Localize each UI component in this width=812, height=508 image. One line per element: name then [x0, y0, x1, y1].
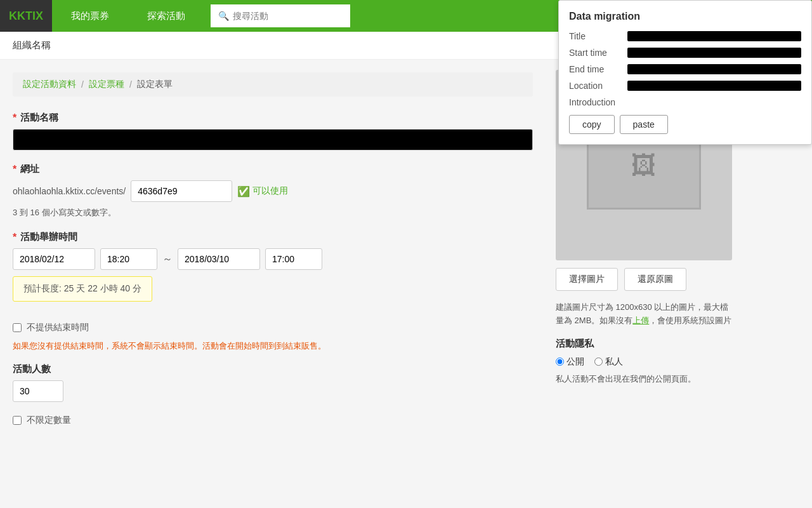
breadcrumb-sep1: /	[81, 79, 84, 90]
event-name-group: * 活動名稱	[13, 112, 533, 150]
no-end-time-row: 不提供結束時間	[13, 322, 533, 333]
url-label-text: 網址	[20, 163, 39, 175]
dm-starttime-value	[627, 48, 801, 58]
event-name-label: * 活動名稱	[13, 112, 533, 124]
dm-title-value	[627, 31, 801, 41]
event-time-group: * 活動舉辦時間 ～ 預計長度: 25 天 22 小時 40 分	[13, 231, 533, 309]
end-time-input[interactable]	[265, 248, 322, 270]
dm-location-value	[627, 81, 801, 91]
image-icon: 🖼	[631, 151, 657, 180]
privacy-hint: 私人活動不會出現在我們的公開頁面。	[556, 373, 732, 386]
breadcrumb-sep2: /	[129, 79, 132, 90]
unlimited-row: 不限定數量	[13, 415, 533, 426]
nav-my-tickets[interactable]: 我的票券	[52, 0, 128, 32]
required-star-time: *	[13, 232, 16, 243]
dm-endtime-label: End time	[569, 64, 620, 74]
logo: KKTIX	[0, 0, 52, 32]
required-star-url: *	[13, 164, 16, 175]
dm-buttons: copy paste	[569, 115, 801, 134]
dm-title-row: Title	[569, 31, 801, 41]
start-time-input[interactable]	[100, 248, 157, 270]
url-group: * 網址 ohlaohlaohla.kktix.cc/events/ ✅ 可以使…	[13, 163, 533, 218]
upload-link[interactable]: 上傳	[632, 316, 649, 325]
required-star-name: *	[13, 112, 16, 124]
event-time-label: * 活動舉辦時間	[13, 231, 533, 243]
privacy-private-radio[interactable]	[594, 358, 603, 366]
unlimited-label: 不限定數量	[27, 415, 71, 426]
privacy-public-label: 公開	[566, 356, 584, 368]
privacy-public-radio[interactable]	[556, 358, 564, 366]
privacy-title: 活動隱私	[556, 338, 732, 350]
dm-starttime-row: Start time	[569, 48, 801, 58]
attendee-group: 活動人數	[13, 363, 533, 402]
event-time-label-text: 活動舉辦時間	[20, 231, 77, 243]
restore-image-button[interactable]: 還原原圖	[624, 268, 686, 291]
data-migration-panel: Data migration Title Start time End time…	[558, 0, 812, 145]
breadcrumb-step1[interactable]: 設定活動資料	[23, 79, 76, 90]
dm-starttime-label: Start time	[569, 48, 620, 58]
duration-box: 預計長度: 25 天 22 小時 40 分	[13, 276, 152, 302]
search-box: 🔍	[211, 4, 350, 27]
datetime-row: ～	[13, 248, 533, 270]
dm-panel-title: Data migration	[569, 11, 801, 22]
dm-intro-label: Introduction	[569, 97, 801, 107]
url-prefix: ohlaohlaohla.kktix.cc/events/	[13, 186, 126, 196]
image-hint: 建議圖片尺寸為 1200x630 以上的圖片，最大檔量為 2MB。如果沒有上傳，…	[556, 301, 732, 328]
url-valid-indicator: ✅ 可以使用	[237, 185, 288, 197]
dm-location-row: Location	[569, 81, 801, 91]
url-hint: 3 到 16 個小寫英文或數字。	[13, 207, 533, 218]
privacy-private[interactable]: 私人	[594, 356, 623, 368]
logo-text: KK	[9, 10, 25, 23]
dm-endtime-row: End time	[569, 64, 801, 74]
nav-explore[interactable]: 探索活動	[128, 0, 204, 32]
breadcrumb: 設定活動資料 / 設定票種 / 設定表單	[13, 72, 533, 97]
attendee-label: 活動人數	[13, 363, 533, 375]
privacy-section: 活動隱私 公開 私人 私人活動不會出現在我們的公開頁面。	[556, 338, 732, 386]
url-input[interactable]	[131, 180, 232, 202]
dm-endtime-value	[627, 64, 801, 74]
event-name-input[interactable]	[13, 129, 533, 150]
logo-accent: TIX	[25, 10, 43, 23]
select-image-button[interactable]: 選擇圖片	[556, 268, 618, 291]
breadcrumb-step2[interactable]: 設定票種	[89, 79, 124, 90]
url-row: ohlaohlaohla.kktix.cc/events/ ✅ 可以使用	[13, 180, 533, 202]
image-buttons: 選擇圖片 還原原圖	[556, 268, 732, 291]
no-end-time-label: 不提供結束時間	[27, 322, 89, 333]
image-hint-text: 建議圖片尺寸為 1200x630 以上的圖片，最大檔量為 2MB。如果沒有上傳，…	[556, 302, 731, 325]
end-date-input[interactable]	[178, 248, 260, 270]
left-content: 設定活動資料 / 設定票種 / 設定表單 * 活動名稱 * 網址 ohlaohl…	[0, 60, 546, 508]
unlimited-checkbox[interactable]	[13, 416, 22, 425]
breadcrumb-step3: 設定表單	[137, 79, 173, 90]
dm-location-label: Location	[569, 81, 620, 91]
url-valid-text: 可以使用	[252, 185, 288, 197]
privacy-radio-row: 公開 私人	[556, 356, 732, 368]
privacy-public[interactable]: 公開	[556, 356, 584, 368]
url-label: * 網址	[13, 163, 533, 175]
check-icon: ✅	[237, 185, 250, 197]
no-end-time-checkbox[interactable]	[13, 323, 22, 332]
attendee-input[interactable]	[13, 380, 63, 402]
attendee-label-text: 活動人數	[13, 363, 51, 375]
start-date-input[interactable]	[13, 248, 95, 270]
dm-title-label: Title	[569, 31, 620, 41]
search-input[interactable]	[233, 11, 343, 21]
tilde-separator: ～	[162, 253, 173, 266]
privacy-private-label: 私人	[605, 356, 623, 368]
dm-copy-button[interactable]: copy	[569, 115, 615, 134]
dm-paste-button[interactable]: paste	[620, 115, 668, 134]
search-icon: 🔍	[218, 11, 229, 21]
event-name-label-text: 活動名稱	[20, 112, 58, 124]
no-end-time-warning: 如果您沒有提供結束時間，系統不會顯示結束時間。活動會在開始時間到到結束販售。	[13, 340, 533, 353]
